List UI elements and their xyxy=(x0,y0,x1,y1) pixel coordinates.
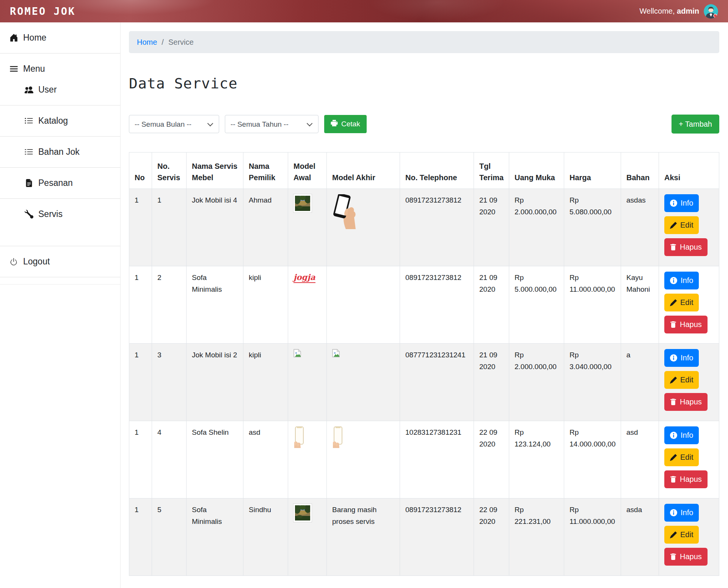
avatar[interactable] xyxy=(704,4,718,19)
cell-tgl-terima: 21 09 2020 xyxy=(474,266,509,344)
hapus-button[interactable]: Hapus xyxy=(664,238,708,256)
info-button[interactable]: Info xyxy=(664,194,699,212)
cell-model-akhir: Barang masih proses servis xyxy=(327,498,400,576)
edit-button[interactable]: Edit xyxy=(664,294,699,311)
file-icon xyxy=(24,179,33,188)
hapus-button[interactable]: Hapus xyxy=(664,316,708,333)
header-model-akhir: Model Akhir xyxy=(327,153,400,189)
cell-nama-servis-mebel: Sofa Minimalis xyxy=(187,498,243,576)
info-button[interactable]: Info xyxy=(664,426,699,444)
hamburger-icon xyxy=(9,64,18,74)
pencil-icon xyxy=(670,299,677,306)
info-button[interactable]: Info xyxy=(664,272,699,289)
breadcrumb-current: Service xyxy=(168,38,194,47)
table-header-row: No No. Servis Nama Servis Mebel Nama Pem… xyxy=(129,153,719,189)
pencil-icon xyxy=(670,454,677,461)
cell-no-telephone: 08917231273812 xyxy=(400,498,474,576)
service-table: No No. Servis Nama Servis Mebel Nama Pem… xyxy=(129,152,719,576)
user-avatar-icon xyxy=(704,4,718,19)
info-button[interactable]: Info xyxy=(664,504,699,522)
sidebar-item-pesanan[interactable]: Pesanan xyxy=(0,168,120,198)
cell-model-akhir xyxy=(327,421,400,498)
sidebar-item-bahan-jok[interactable]: Bahan Jok xyxy=(0,137,120,167)
cell-aksi: Info Edit Hapus xyxy=(659,421,719,498)
cetak-button[interactable]: Cetak xyxy=(324,115,367,133)
year-select[interactable]: -- Semua Tahun -- xyxy=(225,115,318,133)
wrench-icon xyxy=(24,210,33,219)
header-nama-servis-mebel: Nama Servis Mebel xyxy=(187,153,243,189)
trash-icon xyxy=(670,553,676,560)
cell-nama-pemilik: Ahmad xyxy=(243,189,288,266)
header-aksi: Aksi xyxy=(659,153,719,189)
trash-icon xyxy=(670,321,676,328)
info-icon xyxy=(670,277,677,284)
cell-bahan: asdas xyxy=(621,189,659,266)
trash-icon xyxy=(670,476,676,483)
cell-bahan: asd xyxy=(621,421,659,498)
garden-photo-thumbnail xyxy=(293,504,312,522)
sidebar-item-logout[interactable]: Logout xyxy=(0,246,120,277)
welcome-text: Wellcome, admin xyxy=(640,7,699,16)
cell-nama-servis-mebel: Sofa Shelin xyxy=(187,421,243,498)
hapus-button[interactable]: Hapus xyxy=(664,393,708,411)
cell-model-awal xyxy=(288,421,327,498)
cell-nama-pemilik: Sindhu xyxy=(243,498,288,576)
cell-model-awal xyxy=(288,498,327,576)
cell-uang-muka: Rp 221.231,00 xyxy=(509,498,564,576)
cell-no-telephone: 087771231231241 xyxy=(400,344,474,421)
cell-bahan: a xyxy=(621,344,659,421)
sidebar-item-katalog[interactable]: Katalog xyxy=(0,105,120,136)
edit-button[interactable]: Edit xyxy=(664,216,699,234)
cell-no-servis: 2 xyxy=(152,266,187,344)
edit-button[interactable]: Edit xyxy=(664,371,699,389)
pencil-icon xyxy=(670,377,677,384)
cell-model-akhir xyxy=(327,344,400,421)
month-select-wrap: -- Semua Bulan -- xyxy=(129,115,219,133)
cell-no-telephone: 10283127381231 xyxy=(400,421,474,498)
info-icon xyxy=(670,354,677,362)
info-icon xyxy=(670,200,677,207)
cell-no-servis: 4 xyxy=(152,421,187,498)
sidebar-item-home[interactable]: Home xyxy=(0,22,120,53)
cell-nama-servis-mebel: Jok Mobil isi 4 xyxy=(187,189,243,266)
header-no-servis: No. Servis xyxy=(152,153,187,189)
tambah-button[interactable]: + Tambah xyxy=(672,115,719,134)
cell-nama-servis-mebel: Jok Mobil isi 2 xyxy=(187,344,243,421)
header-uang-muka: Uang Muka xyxy=(509,153,564,189)
cell-no-telephone: 08917231273812 xyxy=(400,189,474,266)
hapus-button[interactable]: Hapus xyxy=(664,548,708,566)
cell-uang-muka: Rp 2.000.000,00 xyxy=(509,189,564,266)
breadcrumb-home-link[interactable]: Home xyxy=(137,38,157,47)
sidebar-item-menu[interactable]: Menu xyxy=(0,53,120,79)
cell-aksi: Info Edit Hapus xyxy=(659,189,719,266)
main-content: Home / Service Data Service -- Semua Bul… xyxy=(121,22,728,588)
hapus-button[interactable]: Hapus xyxy=(664,470,708,488)
cell-no-servis: 5 xyxy=(152,498,187,576)
table-row: 1 2 Sofa Minimalis kipli jogja 089172312… xyxy=(129,266,719,344)
cell-model-awal: jogja xyxy=(288,266,327,344)
pencil-icon xyxy=(670,531,677,538)
table-row: 1 3 Jok Mobil isi 2 kipli 08777123123124… xyxy=(129,344,719,421)
sidebar-item-servis[interactable]: Servis xyxy=(0,199,120,246)
cell-aksi: Info Edit Hapus xyxy=(659,498,719,576)
header-tgl-terima: Tgl Terima xyxy=(474,153,509,189)
breadcrumb-separator: / xyxy=(162,38,164,47)
info-icon xyxy=(670,432,677,439)
cell-tgl-terima: 22 09 2020 xyxy=(474,421,509,498)
cell-nama-pemilik: kipli xyxy=(243,266,288,344)
cell-tgl-terima: 21 09 2020 xyxy=(474,189,509,266)
cell-no-telephone: 08917231273812 xyxy=(400,266,474,344)
cell-nama-pemilik: asd xyxy=(243,421,288,498)
month-select[interactable]: -- Semua Bulan -- xyxy=(129,115,219,133)
edit-button[interactable]: Edit xyxy=(664,448,699,466)
garden-photo-thumbnail xyxy=(293,194,312,212)
edit-button[interactable]: Edit xyxy=(664,526,699,544)
trash-icon xyxy=(670,244,676,251)
cell-no: 1 xyxy=(129,189,152,266)
username: admin xyxy=(677,7,699,15)
page-title: Data Service xyxy=(129,74,719,93)
sidebar-item-user[interactable]: User xyxy=(0,79,120,105)
cell-model-akhir xyxy=(327,266,400,344)
header-model-awal: Model Awal xyxy=(288,153,327,189)
info-button[interactable]: Info xyxy=(664,349,699,367)
